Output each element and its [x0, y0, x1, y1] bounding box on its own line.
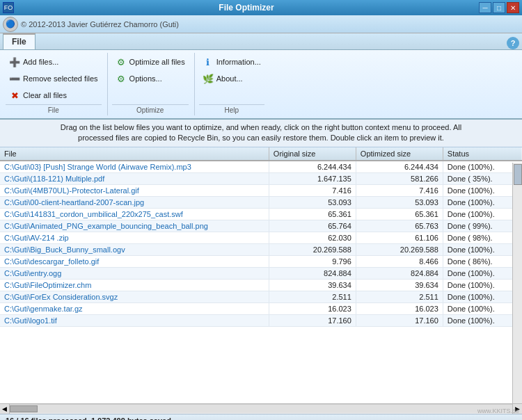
about-button[interactable]: 🌿 About... [199, 71, 264, 86]
file-cell[interactable]: C:\Guti\(118-121) Multiple.pdf [0, 172, 269, 184]
status-text: 16 / 16 files processed. 1.072.409 bytes… [6, 417, 173, 420]
quick-access-toolbar: 🔵 © 2012-2013 Javier Gutiérrez Chamorro … [0, 15, 522, 33]
optimize-all-button[interactable]: ⚙ Optimize all files [112, 54, 189, 70]
ribbon: ➕ Add files... ➖ Remove selected files ✖… [0, 50, 522, 120]
optimized-size-cell: 65.763 [356, 220, 443, 232]
file-cell[interactable]: C:\Guti\descargar_folleto.gif [0, 255, 269, 267]
file-group-label: File [6, 104, 102, 114]
file-cell[interactable]: C:\Guti\FileOptimizer.chm [0, 279, 269, 291]
file-table: File Original size Optimized size Status… [0, 147, 522, 327]
optimized-size-cell: 39.634 [356, 279, 443, 291]
scrollbar[interactable] [512, 163, 522, 403]
file-table-body: C:\Guti\03} [Push] Strange World (Airwav… [0, 161, 522, 327]
table-row[interactable]: C:\Guti\descargar_folleto.gif9.7968.466D… [0, 255, 522, 267]
status-cell: Done (100%). [443, 279, 522, 291]
original-size-cell: 17.160 [269, 314, 356, 326]
status-cell: Done (100%). [443, 208, 522, 220]
table-row[interactable]: C:\Guti\03} [Push] Strange World (Airwav… [0, 161, 522, 173]
ribbon-group-optimize: ⚙ Optimize all files ⚙ Options... Optimi… [109, 53, 195, 115]
optimized-size-cell: 7.416 [356, 184, 443, 196]
original-size-cell: 39.634 [269, 279, 356, 291]
tab-file[interactable]: File [3, 33, 35, 49]
add-files-button[interactable]: ➕ Add files... [6, 54, 102, 70]
table-row[interactable]: C:\Guti\AV-214 .zip62.03061.106Done ( 98… [0, 232, 522, 243]
optimized-size-cell: 65.361 [356, 208, 443, 220]
file-cell[interactable]: C:\Guti\entry.ogg [0, 267, 269, 279]
hscroll-left-btn[interactable]: ◀ [0, 404, 10, 414]
status-bar: 16 / 16 files processed. 1.072.409 bytes… [0, 414, 522, 420]
table-row[interactable]: C:\Guti\genmake.tar.gz16.02316.023Done (… [0, 302, 522, 314]
information-label: Information... [216, 58, 261, 66]
optimized-size-cell: 8.466 [356, 255, 443, 267]
help-group-label: Help [199, 104, 264, 114]
hscroll-thumb[interactable] [10, 405, 38, 412]
file-cell[interactable]: C:\Guti\Big_Buck_Bunny_small.ogv [0, 243, 269, 255]
table-row[interactable]: C:\Guti\ForEx Consideration.svgz2.5112.5… [0, 291, 522, 302]
table-row[interactable]: C:\Guti\(118-121) Multiple.pdf1.647.1355… [0, 172, 522, 184]
maximize-button[interactable]: □ [493, 2, 505, 13]
information-button[interactable]: ℹ Information... [199, 54, 264, 70]
original-size-cell: 824.884 [269, 267, 356, 279]
status-cell: Done (100%). [443, 314, 522, 326]
file-cell[interactable]: C:\Guti\AV-214 .zip [0, 232, 269, 243]
file-cell[interactable]: C:\Guti\141831_cordon_umbilical_220x275_… [0, 208, 269, 220]
table-row[interactable]: C:\Guti\Animated_PNG_example_bouncing_be… [0, 220, 522, 232]
original-size-cell: 16.023 [269, 302, 356, 314]
horizontal-scrollbar[interactable]: ◀ ▶ [0, 404, 522, 414]
status-cell: Done ( 99%). [443, 220, 522, 232]
table-row[interactable]: C:\Guti\entry.ogg824.884824.884Done (100… [0, 267, 522, 279]
table-row[interactable]: C:\Guti\FileOptimizer.chm39.63439.634Don… [0, 279, 522, 291]
clear-files-button[interactable]: ✖ Clear all files [6, 88, 102, 103]
status-cell: Done ( 86%). [443, 255, 522, 267]
table-row[interactable]: C:\Guti\(4MB70UL)-Protector-Lateral.gif7… [0, 184, 522, 196]
file-cell[interactable]: C:\Guti\ForEx Consideration.svgz [0, 291, 269, 302]
ribbon-group-file: ➕ Add files... ➖ Remove selected files ✖… [3, 53, 108, 115]
optimized-size-cell: 581.266 [356, 172, 443, 184]
status-cell: Done (100%). [443, 161, 522, 173]
watermark: www.KKITS.de [477, 407, 519, 414]
info-icon: ℹ [203, 56, 214, 67]
window-controls: ─ □ ✕ [479, 2, 519, 13]
table-scroll[interactable]: File Original size Optimized size Status… [0, 147, 522, 403]
file-cell[interactable]: C:\Guti\03} [Push] Strange World (Airwav… [0, 161, 269, 173]
remove-selected-button[interactable]: ➖ Remove selected files [6, 71, 102, 86]
file-cell[interactable]: C:\Guti\(4MB70UL)-Protector-Lateral.gif [0, 184, 269, 196]
original-size-cell: 53.093 [269, 196, 356, 208]
close-button[interactable]: ✕ [507, 2, 519, 13]
table-row[interactable]: C:\Guti\Big_Buck_Bunny_small.ogv20.269.5… [0, 243, 522, 255]
status-cell: Done (100%). [443, 291, 522, 302]
minimize-button[interactable]: ─ [479, 2, 491, 13]
instructions-line1: Drag on the list below files you want to… [61, 123, 461, 131]
status-cell: Done (100%). [443, 267, 522, 279]
optimize-icon: ⚙ [116, 56, 127, 67]
file-cell[interactable]: C:\Guti\genmake.tar.gz [0, 302, 269, 314]
original-size-cell: 2.511 [269, 291, 356, 302]
copyright-text: © 2012-2013 Javier Gutiérrez Chamorro (G… [21, 20, 179, 29]
file-cell[interactable]: C:\Guti\Animated_PNG_example_bouncing_be… [0, 220, 269, 232]
table-header-row: File Original size Optimized size Status [0, 147, 522, 161]
col-original-size: Original size [269, 147, 356, 161]
options-icon: ⚙ [116, 73, 127, 84]
scrollbar-thumb[interactable] [514, 164, 522, 185]
table-row[interactable]: C:\Guti\logo1.tif17.16017.160Done (100%)… [0, 314, 522, 326]
original-size-cell: 1.647.135 [269, 172, 356, 184]
options-button[interactable]: ⚙ Options... [112, 71, 189, 86]
optimize-all-label: Optimize all files [129, 58, 185, 66]
status-cell: Done (100%). [443, 302, 522, 314]
title-bar: FO File Optimizer ─ □ ✕ [0, 0, 522, 15]
remove-icon: ➖ [9, 73, 20, 84]
original-size-cell: 20.269.588 [269, 243, 356, 255]
file-cell[interactable]: C:\Guti\logo1.tif [0, 314, 269, 326]
file-buttons: ➕ Add files... ➖ Remove selected files ✖… [6, 54, 102, 103]
instructions-bar: Drag on the list below files you want to… [0, 120, 522, 147]
optimized-size-cell: 2.511 [356, 291, 443, 302]
file-cell[interactable]: C:\Guti\00-client-heartland-2007-scan.jp… [0, 196, 269, 208]
table-row[interactable]: C:\Guti\00-client-heartland-2007-scan.jp… [0, 196, 522, 208]
optimized-size-cell: 16.023 [356, 302, 443, 314]
original-size-cell: 62.030 [269, 232, 356, 243]
help-button[interactable]: ? [507, 37, 519, 49]
remove-selected-label: Remove selected files [23, 74, 98, 83]
table-row[interactable]: C:\Guti\141831_cordon_umbilical_220x275_… [0, 208, 522, 220]
status-cell: Done ( 98%). [443, 232, 522, 243]
optimized-size-cell: 53.093 [356, 196, 443, 208]
